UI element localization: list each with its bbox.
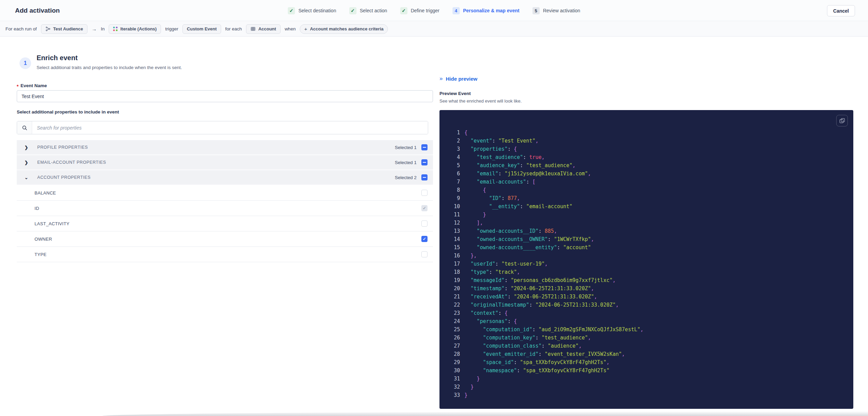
step-label: Personalize & map event: [463, 8, 519, 13]
search-input[interactable]: [32, 121, 428, 134]
top-bar: Add activation ✓Select destination✓Selec…: [0, 0, 868, 21]
property-checkbox[interactable]: [421, 251, 428, 257]
bottom-edge-shadow: [103, 411, 868, 416]
iterable-icon: [113, 27, 118, 31]
property-row-owner[interactable]: OWNER✓: [17, 231, 433, 247]
code-tokens: }: [464, 391, 467, 399]
section-subtitle: Select additional traits and properties …: [37, 65, 182, 70]
trigger-chip-account[interactable]: Account: [246, 24, 281, 34]
property-checkbox[interactable]: ✓: [421, 205, 428, 211]
group-checkbox[interactable]: [421, 144, 428, 150]
trigger-chip-account-matches-audience-criteria[interactable]: +Account matches audience criteria: [300, 24, 388, 34]
trigger-text: when: [285, 26, 296, 31]
properties-section-label: Select additional properties to include …: [17, 109, 119, 115]
code-line: 17 "userId": "test-user-19",: [439, 260, 853, 268]
double-chevron-right-icon: »: [439, 75, 443, 82]
property-checkbox[interactable]: [421, 220, 428, 227]
hide-preview-link[interactable]: » Hide preview: [439, 75, 477, 82]
code-line: 13 "owned-accounts__ID": 885,: [439, 227, 853, 235]
event-name-input[interactable]: [17, 90, 433, 102]
code-tokens: "owned-accounts____entity": "account": [464, 243, 591, 252]
code-line: 7 "email-accounts": [: [439, 178, 853, 186]
code-line: 24 "personas": {: [439, 317, 853, 325]
code-line: 9 "ID": 877,: [439, 194, 853, 202]
trigger-chip-test-audience[interactable]: Test Audience: [41, 24, 87, 34]
line-number: 20: [439, 284, 460, 293]
code-line: 11 }: [439, 211, 853, 219]
property-group-email-account-properties[interactable]: ❯EMAIL-ACCOUNT PROPERTIESSelected 1: [17, 155, 433, 170]
step-number-badge: 1: [19, 57, 31, 69]
code-line: 12 ],: [439, 219, 853, 227]
line-number: 14: [439, 235, 460, 243]
code-line: 1{: [439, 129, 853, 137]
property-right: [421, 190, 428, 196]
code-line: 19 "messageId": "personas_cb6zdbo6im9g7x…: [439, 276, 853, 284]
property-row-balance[interactable]: BALANCE: [17, 185, 433, 201]
group-right: Selected 2: [395, 174, 428, 180]
property-row-last_activity[interactable]: LAST_ACTIVITY: [17, 216, 433, 231]
selected-count: Selected 2: [395, 175, 417, 180]
line-number: 30: [439, 366, 460, 375]
trigger-text: trigger: [165, 26, 178, 31]
code-line: 33}: [439, 391, 853, 399]
code-tokens: {: [464, 186, 486, 194]
line-number: 8: [439, 186, 460, 194]
code-tokens: "computation_key": "test_audience",: [464, 334, 591, 342]
code-tokens: "userId": "test-user-19",: [464, 260, 548, 268]
group-checkbox[interactable]: [421, 159, 428, 165]
group-label: PROFILE PROPERTIES: [37, 145, 88, 150]
code-line: 8 {: [439, 186, 853, 194]
event-name-label: Event Name: [17, 83, 47, 88]
code-line: 30 "namespace": "spa_tXXbfoyvCkY8rF47ghH…: [439, 366, 853, 375]
group-label: ACCOUNT PROPERTIES: [37, 175, 91, 180]
wizard-step-personalize-map-event[interactable]: 4Personalize & map event: [452, 7, 519, 14]
copy-button[interactable]: [836, 115, 848, 126]
line-number: 24: [439, 317, 460, 325]
code-line: 28 "event_emitter_id": "event_tester_IVX…: [439, 350, 853, 358]
line-number: 19: [439, 276, 460, 284]
line-number: 15: [439, 243, 460, 252]
code-tokens: "type": "track",: [464, 268, 520, 276]
code-tokens: "owned-accounts__OWNER": "1WCWrTXfkp",: [464, 235, 594, 243]
cancel-button[interactable]: Cancel: [827, 5, 855, 16]
property-right: ✓: [421, 205, 428, 211]
table-icon: [250, 26, 256, 31]
property-group-profile-properties[interactable]: ❯PROFILE PROPERTIESSelected 1: [17, 140, 433, 155]
line-number: 3: [439, 145, 460, 153]
add-activation-page: Add activation ✓Select destination✓Selec…: [0, 0, 868, 416]
code-line: 20 "timestamp": "2024-06-25T21:31:33.020…: [439, 284, 853, 293]
property-label: LAST_ACTIVITY: [35, 221, 69, 226]
property-row-id[interactable]: ID✓: [17, 201, 433, 216]
step-label: Define trigger: [411, 8, 439, 13]
wizard-step-select-action[interactable]: ✓Select action: [349, 7, 387, 14]
property-label: OWNER: [35, 237, 52, 242]
line-number: 2: [439, 137, 460, 145]
group-checkbox[interactable]: [421, 174, 428, 180]
wizard-step-define-trigger[interactable]: ✓Define trigger: [400, 7, 439, 14]
code-tokens: },: [464, 252, 477, 260]
property-label: ID: [35, 206, 39, 211]
property-row-type[interactable]: TYPE: [17, 247, 433, 262]
trigger-chip-iterable-actions-[interactable]: Iterable (Actions): [109, 24, 161, 34]
code-line: 3 "properties": {: [439, 145, 853, 153]
chevron-right-icon: ❯: [23, 160, 30, 165]
wizard-step-review-activation[interactable]: 5Review activation: [532, 7, 580, 14]
trigger-chip-custom-event[interactable]: Custom Event: [182, 24, 221, 34]
code-line: 4 "test_audience": true,: [439, 153, 853, 161]
plus-icon: +: [304, 26, 307, 32]
code-tokens: {: [464, 129, 467, 137]
page-title: Add activation: [15, 7, 60, 14]
code-tokens: "__entity": "email-account": [464, 202, 572, 211]
line-number: 28: [439, 350, 460, 358]
wizard-step-select-destination[interactable]: ✓Select destination: [288, 7, 336, 14]
line-number: 12: [439, 219, 460, 227]
code-line: 29 "space_id": "spa_tXXbfoyvCkY8rF47ghH2…: [439, 358, 853, 366]
property-checkbox[interactable]: [421, 190, 428, 196]
property-checkbox[interactable]: ✓: [421, 236, 428, 242]
line-number: 13: [439, 227, 460, 235]
property-group-account-properties[interactable]: ⌄ACCOUNT PROPERTIESSelected 2: [17, 170, 433, 185]
line-number: 1: [439, 129, 460, 137]
code-tokens: "owned-accounts__ID": 885,: [464, 227, 557, 235]
property-label: TYPE: [35, 252, 46, 257]
code-line: 23 "context": {: [439, 309, 853, 317]
